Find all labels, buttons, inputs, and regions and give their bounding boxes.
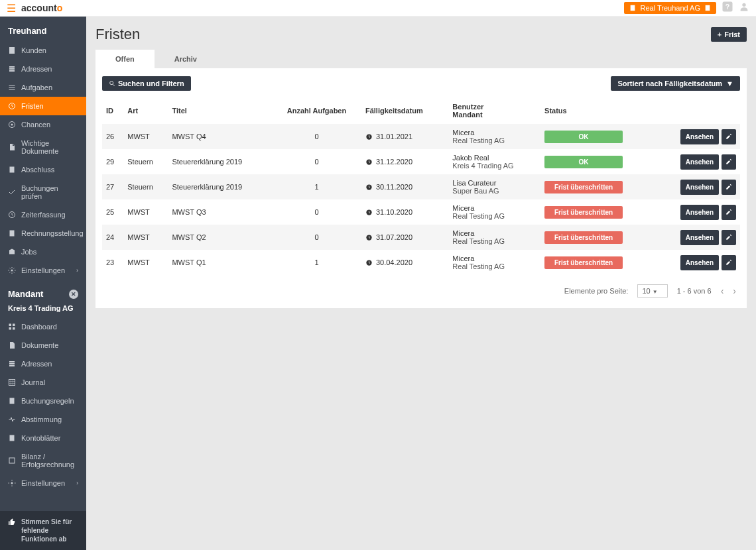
logo: accounto: [21, 3, 62, 13]
tab-offen[interactable]: Offen: [95, 50, 155, 68]
view-button[interactable]: Ansehen: [680, 205, 719, 220]
prev-page-button[interactable]: ‹: [721, 286, 724, 296]
view-button[interactable]: Ansehen: [680, 230, 719, 245]
page-size-select[interactable]: 10 ▼: [637, 284, 667, 298]
edit-button[interactable]: [722, 205, 736, 220]
sidebar-item-buchungen-prüfen[interactable]: Buchungen prüfen: [0, 179, 86, 205]
sidebar-item-kontoblätter[interactable]: Kontoblätter: [0, 429, 86, 447]
sidebar-item-label: Fristen: [21, 102, 44, 110]
edit-button[interactable]: [722, 154, 736, 170]
cell-titel: MWST Q4: [168, 124, 272, 149]
sidebar-item-jobs[interactable]: Jobs: [0, 243, 86, 261]
view-button[interactable]: Ansehen: [680, 255, 719, 270]
sidebar-item-zeiterfassung[interactable]: Zeiterfassung: [0, 205, 86, 224]
user-icon[interactable]: [739, 1, 749, 15]
sidebar-item-journal[interactable]: Journal: [0, 373, 86, 392]
svg-rect-9: [13, 324, 15, 327]
status-badge: Frist überschritten: [544, 181, 623, 193]
nav-icon: [8, 415, 16, 423]
sidebar-item-rechnungsstellung[interactable]: Rechnungsstellung: [0, 224, 86, 243]
sidebar-item-label: Dashboard: [21, 323, 57, 331]
col-datum: Fälligkeitsdatum: [361, 97, 448, 124]
sidebar-item-buchungsregeln[interactable]: Buchungsregeln: [0, 392, 86, 410]
org-switcher[interactable]: Real Treuhand AG: [624, 2, 716, 14]
view-button[interactable]: Ansehen: [680, 129, 719, 144]
table-row: 29SteuernSteuererklärung 2019031.12.2020…: [102, 149, 740, 174]
sidebar-item-label: Einstellungen: [21, 266, 65, 274]
cell-user: MiceraReal Testing AG: [448, 124, 540, 149]
search-filter-button[interactable]: Suchen und Filtern: [102, 76, 191, 91]
view-button[interactable]: Ansehen: [680, 180, 719, 195]
cell-datum: 30.04.2020: [361, 250, 448, 275]
sidebar-item-chancen[interactable]: Chancen: [0, 115, 86, 134]
sidebar-item-adressen[interactable]: Adressen: [0, 355, 86, 373]
sidebar-item-label: Rechnungsstellung: [21, 229, 84, 237]
cell-id: 25: [102, 199, 123, 225]
table-row: 23MWSTMWST Q1130.04.2020MiceraReal Testi…: [102, 250, 740, 275]
sidebar-item-label: Abschluss: [21, 166, 54, 174]
edit-button[interactable]: [722, 129, 736, 144]
nav-icon: [8, 143, 16, 151]
sidebar-item-wichtige-dokumente[interactable]: Wichtige Dokumente: [0, 134, 86, 160]
sidebar-item-label: Jobs: [21, 248, 36, 256]
sidebar-item-einstellungen[interactable]: Einstellungen›: [0, 474, 86, 492]
close-mandant-icon[interactable]: ✕: [69, 290, 78, 299]
cell-user: MiceraReal Testing AG: [448, 225, 540, 250]
help-icon[interactable]: ?: [722, 1, 733, 15]
edit-button[interactable]: [722, 255, 736, 270]
cell-anzahl: 0: [272, 149, 361, 174]
sidebar-item-bilanz-erfolgsrechnung[interactable]: Bilanz / Erfolgsrechnung: [0, 447, 86, 474]
tab-archiv[interactable]: Archiv: [155, 50, 217, 68]
sidebar-item-dokumente[interactable]: Dokumente: [0, 336, 86, 355]
nav-icon: [8, 121, 16, 129]
svg-rect-8: [9, 324, 12, 327]
view-button[interactable]: Ansehen: [680, 154, 719, 170]
cell-datum: 31.10.2020: [361, 199, 448, 225]
sidebar-item-label: Chancen: [21, 121, 50, 129]
cell-status: Frist überschritten: [540, 225, 655, 250]
sidebar-item-einstellungen[interactable]: Einstellungen›: [0, 261, 86, 280]
cell-datum: 31.07.2020: [361, 225, 448, 250]
sidebar-item-kunden[interactable]: Kunden: [0, 41, 86, 60]
sort-dropdown[interactable]: Sortiert nach Fälligkeitsdatum ▼: [611, 76, 740, 91]
cell-status: OK: [540, 149, 655, 174]
nav-icon: [8, 341, 16, 349]
sidebar-item-aufgaben[interactable]: Aufgaben: [0, 78, 86, 97]
sidebar-item-adressen[interactable]: Adressen: [0, 60, 86, 78]
building-icon: [629, 5, 636, 11]
pencil-icon: [725, 184, 732, 190]
building-icon: [704, 5, 711, 11]
page-title: Fristen: [95, 26, 140, 43]
next-page-button[interactable]: ›: [733, 286, 736, 296]
col-id: ID: [102, 97, 123, 124]
sidebar-item-label: Einstellungen: [21, 479, 65, 487]
edit-button[interactable]: [722, 230, 736, 245]
cell-id: 23: [102, 250, 123, 275]
nav-icon: [8, 457, 16, 465]
cell-art: MWST: [123, 124, 168, 149]
cell-status: Frist überschritten: [540, 199, 655, 225]
sidebar-section-treuhand: Treuhand: [0, 17, 86, 41]
sidebar-item-label: Journal: [21, 378, 45, 386]
add-frist-button[interactable]: +Frist: [711, 27, 747, 42]
thumbs-up-icon: [8, 518, 16, 526]
svg-point-14: [11, 482, 13, 484]
tabs: Offen Archiv: [95, 50, 747, 68]
menu-icon[interactable]: ☰: [7, 2, 16, 15]
edit-button[interactable]: [722, 180, 736, 195]
vote-box[interactable]: Stimmen Sie für fehlende Funktionen ab: [0, 511, 86, 550]
cell-datum: 30.11.2020: [361, 174, 448, 199]
sidebar-section-mandant: Mandant ✕: [0, 280, 86, 304]
pencil-icon: [725, 259, 732, 266]
pencil-icon: [725, 209, 732, 215]
sidebar-item-abstimmung[interactable]: Abstimmung: [0, 410, 86, 429]
clock-icon: [365, 259, 373, 266]
sidebar-item-dashboard[interactable]: Dashboard: [0, 317, 86, 336]
sidebar-item-fristen[interactable]: Fristen: [0, 97, 86, 115]
table-row: 26MWSTMWST Q4031.01.2021MiceraReal Testi…: [102, 124, 740, 149]
svg-rect-11: [13, 327, 15, 330]
clock-icon: [365, 133, 373, 140]
sidebar-item-abschluss[interactable]: Abschluss: [0, 160, 86, 179]
cell-art: MWST: [123, 250, 168, 275]
nav-icon: [8, 166, 16, 174]
